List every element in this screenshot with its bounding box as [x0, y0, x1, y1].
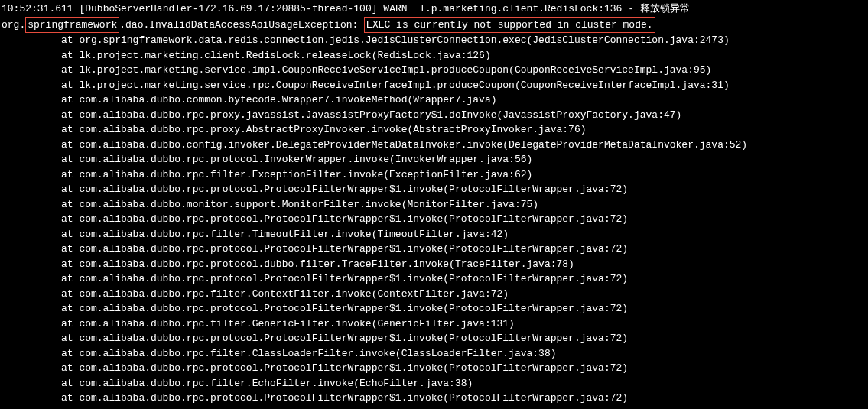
stack-trace-line: at com.alibaba.dubbo.rpc.proxy.AbstractP…	[2, 122, 866, 138]
stack-trace-line: at com.alibaba.dubbo.rpc.filter.Exceptio…	[2, 167, 866, 183]
stack-trace-line: at org.springframework.data.redis.connec…	[2, 33, 866, 48]
stack-trace-line: at com.alibaba.dubbo.rpc.protocol.dubbo.…	[2, 257, 866, 272]
highlighted-package: springframework	[25, 17, 119, 34]
stack-trace-line: at lk.project.marketing.service.rpc.Coup…	[2, 78, 866, 93]
thread-info: [DubboServerHandler-172.16.69.17:20885-t…	[79, 3, 377, 15]
stack-trace-line: at com.alibaba.dubbo.config.invoker.Dele…	[2, 138, 866, 153]
stack-trace-line: at com.alibaba.dubbo.monitor.support.Mon…	[2, 197, 866, 213]
stack-trace-line: at com.alibaba.dubbo.rpc.filter.EchoFilt…	[2, 376, 866, 391]
stack-trace-line: at com.alibaba.dubbo.rpc.protocol.Protoc…	[2, 331, 866, 346]
log-level: WARN	[383, 3, 407, 15]
exception-line: org.springframework.dao.InvalidDataAcces…	[2, 17, 866, 34]
stack-trace-line: at com.alibaba.dubbo.rpc.protocol.Protoc…	[2, 271, 866, 287]
chinese-message: 释放锁异常	[640, 3, 690, 15]
stack-trace-line: at com.alibaba.dubbo.rpc.protocol.Protoc…	[2, 391, 866, 406]
stack-trace-line: at lk.project.marketing.client.RedisLock…	[2, 48, 866, 63]
timestamp: 10:52:31.611	[2, 3, 73, 15]
stack-trace-line: at com.alibaba.dubbo.rpc.protocol.Protoc…	[2, 301, 866, 316]
stack-trace-line: at lk.project.marketing.service.impl.Cou…	[2, 63, 866, 78]
stack-trace-line: at com.alibaba.dubbo.rpc.protocol.dubbo.…	[2, 406, 866, 410]
exception-prefix: org.	[2, 19, 25, 31]
stack-trace-line: at com.alibaba.dubbo.rpc.filter.GenericF…	[2, 316, 866, 332]
highlighted-error-message: EXEC is currently not supported in clust…	[364, 17, 655, 34]
log-header-line: 10:52:31.611 [DubboServerHandler-172.16.…	[2, 2, 866, 17]
stack-trace-line: at com.alibaba.dubbo.rpc.filter.ClassLoa…	[2, 346, 866, 362]
logger-name: l.p.marketing.client.RedisLock:136	[419, 3, 622, 15]
stack-trace-container: at org.springframework.data.redis.connec…	[2, 33, 866, 409]
stack-trace-line: at com.alibaba.dubbo.rpc.protocol.Protoc…	[2, 212, 866, 227]
stack-trace-line: at com.alibaba.dubbo.rpc.protocol.Protoc…	[2, 242, 866, 257]
stack-trace-line: at com.alibaba.dubbo.rpc.protocol.Protoc…	[2, 361, 866, 376]
exception-middle: .dao.InvalidDataAccessApiUsageException:	[119, 19, 364, 31]
stack-trace-line: at com.alibaba.dubbo.common.bytecode.Wra…	[2, 93, 866, 108]
dash: -	[628, 3, 634, 15]
stack-trace-line: at com.alibaba.dubbo.rpc.protocol.Invoke…	[2, 152, 866, 167]
stack-trace-line: at com.alibaba.dubbo.rpc.filter.ContextF…	[2, 287, 866, 302]
stack-trace-line: at com.alibaba.dubbo.rpc.proxy.javassist…	[2, 108, 866, 123]
stack-trace-line: at com.alibaba.dubbo.rpc.filter.TimeoutF…	[2, 227, 866, 242]
stack-trace-line: at com.alibaba.dubbo.rpc.protocol.Protoc…	[2, 182, 866, 197]
